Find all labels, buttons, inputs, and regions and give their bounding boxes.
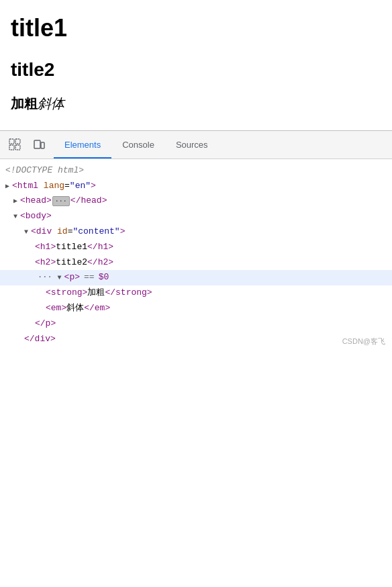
head-ellipsis[interactable]: ··· bbox=[52, 196, 70, 206]
tab-sources[interactable]: Sources bbox=[165, 131, 219, 159]
tab-elements[interactable]: Elements bbox=[54, 131, 111, 159]
expand-body-icon[interactable]: ▼ bbox=[13, 212, 20, 222]
tab-console[interactable]: Console bbox=[111, 131, 165, 159]
watermark: CSDN@客飞 bbox=[342, 336, 385, 347]
code-line-div-close: </div> bbox=[0, 332, 392, 347]
page-heading-2: title2 bbox=[11, 58, 381, 81]
page-content: title1 title2 加粗斜体 bbox=[0, 0, 392, 130]
doctype-text: <!DOCTYPE html> bbox=[5, 164, 84, 178]
code-line-doctype: <!DOCTYPE html> bbox=[0, 163, 392, 179]
code-line-body-open: ▼ <body> bbox=[0, 209, 392, 224]
italic-text: 斜体 bbox=[38, 96, 64, 111]
code-line-h1: <h1>title1</h1> bbox=[0, 240, 392, 255]
expand-html-icon[interactable]: ▶ bbox=[5, 181, 12, 192]
code-line-strong: <strong>加粗</strong> bbox=[0, 285, 392, 301]
code-line-p-open[interactable]: ··· ▼ <p> == $0 bbox=[0, 270, 392, 285]
code-line-em: <em>斜体</em> bbox=[0, 301, 392, 316]
svg-rect-2 bbox=[9, 145, 14, 150]
code-line-p-close: </p> bbox=[0, 316, 392, 332]
equals-sign: == bbox=[84, 271, 95, 285]
code-line-html-open: ▶ <html lang="en"> bbox=[0, 179, 392, 194]
bold-text: 加粗 bbox=[11, 96, 38, 111]
svg-rect-4 bbox=[34, 140, 40, 148]
expand-div-icon[interactable]: ▼ bbox=[24, 227, 31, 238]
devtools-tabs: Elements Console Sources bbox=[54, 131, 219, 159]
code-line-h2: <h2>title2</h2> bbox=[0, 255, 392, 271]
code-line-div-open: ▼ <div id="content"> bbox=[0, 224, 392, 240]
inspect-icon-button[interactable] bbox=[4, 134, 26, 155]
dollar-sign: $0 bbox=[99, 271, 109, 285]
svg-rect-0 bbox=[9, 139, 14, 144]
expand-p-icon[interactable]: ▼ bbox=[58, 273, 64, 283]
device-toggle-button[interactable] bbox=[28, 134, 50, 155]
devtools-panel: Elements Console Sources <!DOCTYPE html>… bbox=[0, 130, 392, 351]
three-dots-icon: ··· bbox=[35, 271, 55, 284]
devtools-code-panel: <!DOCTYPE html> ▶ <html lang="en"> ▶ <he… bbox=[0, 159, 392, 351]
devtools-toolbar: Elements Console Sources bbox=[0, 131, 392, 159]
code-line-head: ▶ <head>···</head> bbox=[0, 193, 392, 209]
expand-head-icon[interactable]: ▶ bbox=[13, 196, 20, 207]
svg-rect-1 bbox=[15, 139, 20, 144]
page-paragraph: 加粗斜体 bbox=[11, 95, 381, 113]
page-heading-1: title1 bbox=[11, 13, 381, 42]
svg-rect-3 bbox=[15, 145, 20, 150]
svg-rect-5 bbox=[41, 142, 44, 148]
